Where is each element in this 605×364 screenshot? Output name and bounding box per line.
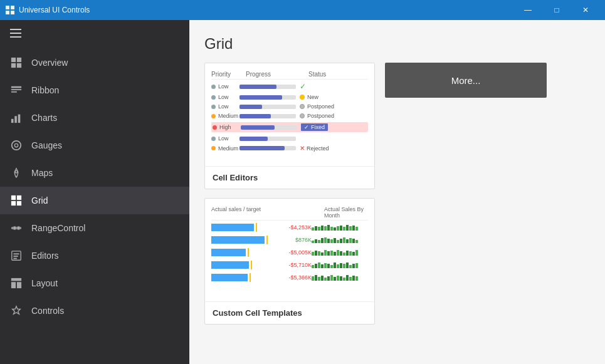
maps-icon [10, 167, 23, 179]
svg-point-26 [17, 226, 20, 229]
sidebar-item-charts[interactable]: Charts [0, 104, 189, 132]
grid-icon [10, 194, 23, 207]
svg-rect-31 [11, 278, 21, 281]
table-row: Low ✓ [211, 82, 368, 91]
sidebar-label-rangecontrol: RangeControl [31, 223, 85, 233]
svg-rect-32 [11, 282, 16, 288]
table-row: -$5,005K [211, 248, 368, 257]
svg-point-17 [12, 141, 21, 150]
svg-rect-10 [17, 63, 21, 68]
table-row: High ✓ Fixed [211, 122, 368, 132]
table-row: -$5,710K [211, 261, 368, 269]
sidebar-label-overview: Overview [31, 58, 68, 68]
cell-editors-label: Cell Editors [205, 167, 374, 189]
sidebar-label-controls: Controls [31, 306, 64, 316]
svg-rect-13 [11, 91, 17, 93]
svg-point-19 [15, 170, 18, 173]
controls-icon [10, 304, 23, 317]
cell-editors-table: Priority Progress Status Low [211, 70, 368, 152]
rangecontrol-icon [10, 222, 23, 234]
window-controls: — □ ✕ [513, 0, 600, 20]
col-status-header: Status [308, 71, 368, 78]
sidebar-label-maps: Maps [31, 168, 53, 178]
more-label: More... [451, 75, 481, 86]
table-row: Medium ✕ Rejected [211, 145, 368, 152]
svg-rect-7 [11, 58, 16, 62]
svg-rect-4 [10, 29, 21, 30]
page-title: Grid [204, 35, 590, 53]
sidebar-item-editors[interactable]: Editors [0, 242, 189, 269]
svg-rect-23 [17, 201, 21, 205]
cct-table: Actual sales / target Actual Sales By Mo… [211, 205, 368, 282]
cards-row-2: Actual sales / target Actual Sales By Mo… [204, 198, 590, 325]
sidebar-item-maps[interactable]: Maps [0, 159, 189, 187]
svg-rect-11 [11, 86, 21, 88]
close-button[interactable]: ✕ [571, 0, 600, 20]
table-row: $876K [211, 236, 368, 244]
col-priority-header: Priority [211, 71, 246, 78]
cell-editors-preview: Priority Progress Status Low [205, 63, 374, 167]
table-row: Low [211, 135, 368, 142]
svg-rect-5 [10, 33, 21, 34]
svg-rect-28 [14, 253, 19, 254]
svg-rect-30 [14, 258, 17, 259]
custom-cell-templates-preview: Actual sales / target Actual Sales By Mo… [205, 199, 374, 302]
svg-point-18 [14, 143, 18, 147]
app-icon [5, 5, 15, 15]
sidebar-item-overview[interactable]: Overview [0, 49, 189, 76]
sidebar-label-layout: Layout [31, 278, 58, 288]
svg-rect-22 [11, 201, 16, 205]
ribbon-icon [10, 84, 23, 96]
content-area: Grid Priority Progress Status [189, 20, 605, 364]
app-title: Universal UI Controls [19, 6, 513, 14]
table-row: Low Postponed [211, 103, 368, 110]
col-progress-header: Progress [246, 71, 308, 78]
svg-rect-14 [11, 119, 14, 123]
sidebar-item-rangecontrol[interactable]: RangeControl [0, 214, 189, 242]
svg-rect-16 [18, 115, 21, 123]
sidebar-item-layout[interactable]: Layout [0, 269, 189, 297]
svg-rect-8 [17, 58, 21, 62]
layout-icon [10, 277, 23, 289]
svg-rect-15 [14, 116, 17, 123]
svg-rect-3 [11, 11, 14, 14]
sidebar-label-grid: Grid [31, 195, 48, 205]
svg-rect-1 [11, 6, 14, 9]
gauges-icon [10, 139, 23, 152]
sidebar-label-ribbon: Ribbon [31, 85, 59, 95]
more-button[interactable]: More... [385, 63, 547, 98]
cell-editors-card[interactable]: Priority Progress Status Low [204, 63, 375, 189]
table-row: -$4,253K [211, 223, 368, 232]
minimize-button[interactable]: — [513, 0, 542, 20]
svg-rect-29 [14, 256, 18, 257]
sidebar-item-ribbon[interactable]: Ribbon [0, 76, 189, 104]
custom-cell-templates-card[interactable]: Actual sales / target Actual Sales By Mo… [204, 198, 375, 325]
svg-point-25 [13, 226, 16, 229]
svg-rect-12 [11, 89, 21, 90]
titlebar: Universal UI Controls — □ ✕ [0, 0, 605, 20]
maximize-button[interactable]: □ [542, 0, 571, 20]
app-body: Overview Ribbon Charts [0, 20, 605, 364]
sidebar-item-gauges[interactable]: Gauges [0, 132, 189, 159]
sidebar: Overview Ribbon Charts [0, 20, 189, 364]
custom-cell-templates-label: Custom Cell Templates [205, 302, 374, 324]
svg-rect-0 [6, 6, 9, 9]
editors-icon [10, 249, 23, 262]
hamburger-menu[interactable] [0, 20, 189, 49]
cct-header: Actual sales / target Actual Sales By Mo… [211, 205, 368, 221]
sidebar-item-grid[interactable]: Grid [0, 187, 189, 214]
sidebar-label-charts: Charts [31, 113, 57, 123]
svg-rect-9 [11, 63, 16, 68]
table-row: Low New [211, 94, 368, 100]
sidebar-label-gauges: Gauges [31, 140, 62, 150]
overview-icon [10, 56, 23, 69]
cards-row: Priority Progress Status Low [204, 63, 590, 189]
svg-rect-2 [6, 11, 9, 14]
sidebar-label-editors: Editors [31, 251, 59, 261]
svg-rect-21 [17, 195, 21, 200]
svg-rect-20 [11, 195, 16, 200]
svg-rect-6 [10, 36, 21, 38]
table-header: Priority Progress Status [211, 70, 368, 80]
table-row: -$5,366K [211, 273, 368, 282]
sidebar-item-controls[interactable]: Controls [0, 297, 189, 325]
